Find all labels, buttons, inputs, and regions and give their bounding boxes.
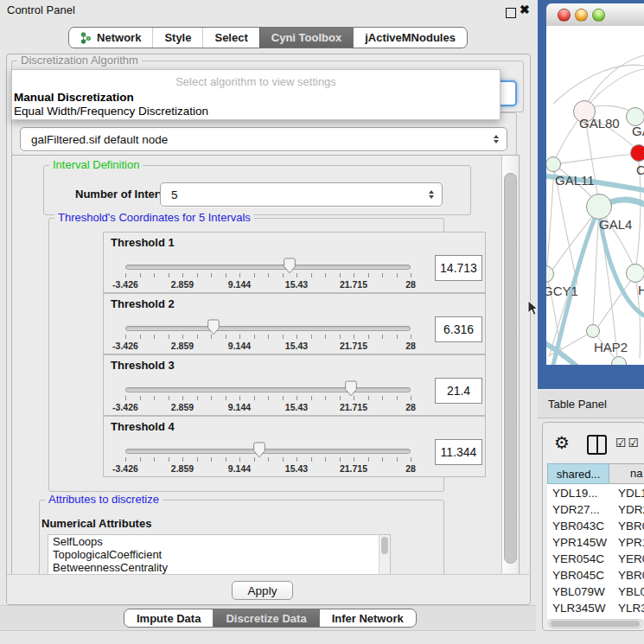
node-label: GA (632, 124, 644, 138)
window-close-icon[interactable] (558, 9, 571, 22)
cell-name: YBL0 (618, 583, 644, 600)
tick-label: 2.859 (171, 279, 194, 290)
cell-shared-name: YLR345W (552, 600, 606, 616)
tab-select[interactable]: Select (202, 28, 258, 48)
attributes-group-title: Attributes to discretize (45, 494, 163, 506)
threshold-value-field[interactable]: 11.344 (435, 439, 482, 465)
slider-track[interactable] (125, 326, 411, 331)
horizontal-scrollbar-thumb[interactable] (551, 621, 640, 627)
table-row[interactable]: YDR27...YDR2 (547, 501, 644, 518)
tab-cyni-toolbox[interactable]: Cyni Toolbox (259, 28, 353, 48)
table-data-selected-value: galFiltered.sif default node (31, 133, 168, 146)
network-window-titlebar[interactable] (546, 3, 644, 27)
table-row[interactable]: YDL19...YDL1 (547, 485, 644, 501)
slider-thumb[interactable] (344, 380, 357, 400)
tick-label: 28 (405, 341, 416, 351)
tick-label: 9.144 (228, 402, 251, 412)
slider-thumb[interactable] (207, 319, 220, 339)
tick-label: 21.715 (340, 402, 367, 412)
threshold-value-field[interactable]: 14.713 (435, 255, 482, 281)
gear-icon[interactable]: ⚙ (554, 432, 570, 453)
tick-label: 2.859 (171, 463, 194, 474)
tab-infer-network[interactable]: Infer Network (319, 609, 416, 627)
threshold-value-field[interactable]: 6.316 (435, 316, 482, 342)
tick-label: 9.144 (228, 463, 251, 474)
slider-ticks (125, 335, 411, 340)
thresholds-group: Threshold's Coordinates for 5 Intervals … (48, 218, 444, 492)
threshold-slider[interactable]: -3.4262.8599.14415.4321.71528 (125, 385, 411, 412)
dropdown-option-equal-width-frequency[interactable]: Equal Width/Frequency Discretization (14, 105, 208, 118)
column-header-name[interactable]: na (609, 463, 644, 484)
threshold-slider[interactable]: -3.4262.8599.14415.4321.71528 (125, 446, 411, 474)
control-panel-tab-bar: Network Style Select Cyni Toolbox jActiv… (0, 27, 536, 48)
tab-network-label: Network (97, 31, 141, 44)
table-row[interactable]: YER054CYER0 (547, 551, 644, 567)
network-node-gal4[interactable] (586, 194, 612, 220)
tab-style[interactable]: Style (152, 28, 202, 48)
vertical-scrollbar-thumb[interactable] (504, 173, 517, 564)
numerical-attributes-list[interactable]: SelfLoopsTopologicalCoefficientBetweenne… (48, 534, 391, 576)
network-canvas[interactable]: GAL80GACGAL11GAL4GCY1HHAP2 (546, 26, 644, 365)
horizontal-scrollbar[interactable] (548, 619, 643, 628)
table-data-combobox[interactable]: galFiltered.sif default node (20, 127, 507, 151)
attributes-list-scrollbar[interactable] (379, 535, 390, 575)
split-view-icon[interactable] (587, 435, 607, 455)
tab-impute-data[interactable]: Impute Data (124, 609, 213, 627)
network-node-hap2[interactable] (586, 324, 600, 338)
network-node-h[interactable] (626, 264, 644, 283)
node-label: GAL4 (599, 217, 632, 232)
tick-label: 15.43 (285, 341, 308, 351)
threshold-value-field[interactable]: 21.4 (435, 378, 482, 404)
slider-tick-labels: -3.4262.8599.14415.4321.71528 (125, 279, 411, 290)
attribute-item[interactable]: TopologicalCoefficient (48, 548, 390, 561)
tab-discretize-data[interactable]: Discretize Data (213, 609, 318, 627)
float-icon[interactable] (506, 8, 516, 18)
table-row[interactable]: YBR045CYBR0 (547, 567, 644, 583)
interval-definition-group-title: Interval Definition (49, 159, 143, 171)
attribute-item[interactable]: BetweennessCentrality (48, 561, 390, 574)
number-of-intervals-combobox[interactable]: 5 (160, 182, 443, 207)
threshold-label: Threshold 1 (111, 236, 175, 249)
tick-label: 28 (405, 402, 416, 412)
dropdown-option-manual-discretization[interactable]: Manual Discretization (14, 91, 134, 104)
combo-spinner-icon (494, 135, 499, 143)
number-of-intervals-value: 5 (171, 188, 178, 201)
window-zoom-icon[interactable] (592, 9, 605, 22)
numerical-attributes-label: Numerical Attributes (41, 517, 151, 530)
discretization-algorithm-group-title: Discretization Algorithm (17, 54, 142, 67)
slider-track[interactable] (125, 265, 411, 270)
column-checkboxes-icon[interactable]: ☑☑ (615, 436, 641, 450)
slider-tick-labels: -3.4262.8599.14415.4321.71528 (125, 402, 411, 412)
apply-button[interactable]: Apply (232, 581, 293, 600)
cell-name: YBR0 (618, 518, 644, 534)
network-node-c[interactable] (630, 144, 644, 162)
tab-jactivemnodules[interactable]: jActiveMNodules (353, 28, 467, 48)
slider-thumb[interactable] (284, 258, 296, 277)
attribute-item[interactable]: SelfLoops (48, 535, 390, 548)
cell-name: YBR0 (618, 567, 644, 583)
table-row[interactable]: YBL079WYBL0 (547, 583, 644, 600)
node-table[interactable]: YDL19...YDL1YDR27...YDR2YBR043CYBR0YPR14… (547, 484, 644, 619)
tab-network[interactable]: Network (69, 28, 152, 48)
table-row[interactable]: YBR043CYBR0 (547, 518, 644, 534)
threshold-slider[interactable]: -3.4262.8599.14415.4321.71528 (125, 323, 411, 351)
close-icon[interactable]: ✖ (520, 3, 530, 16)
slider-track[interactable] (125, 449, 411, 454)
tick-label: -3.426 (112, 463, 138, 474)
threshold-panel: Threshold 1 -3.4262.8599.14415.4321.7152… (103, 232, 486, 293)
window-minimize-icon[interactable] (575, 9, 588, 22)
table-row[interactable]: YPR145WYPR1 (547, 534, 644, 551)
slider-thumb[interactable] (253, 442, 266, 462)
tick-label: 28 (405, 463, 416, 474)
table-panel-title: Table Panel (548, 398, 607, 411)
slider-track[interactable] (125, 387, 411, 392)
dropdown-prompt: Select algorithm to view settings (12, 75, 500, 88)
bottom-tab-bar: Impute Data Discretize Data Infer Networ… (124, 609, 417, 628)
tick-label: 15.43 (285, 279, 308, 290)
cell-shared-name: YPR145W (552, 534, 607, 551)
threshold-label: Threshold 3 (111, 359, 175, 372)
threshold-slider[interactable]: -3.4262.8599.14415.4321.71528 (125, 262, 411, 290)
column-header-shared-name[interactable]: shared... (547, 463, 609, 484)
tick-label: 2.859 (171, 402, 194, 412)
table-row[interactable]: YLR345WYLR3 (547, 600, 644, 616)
